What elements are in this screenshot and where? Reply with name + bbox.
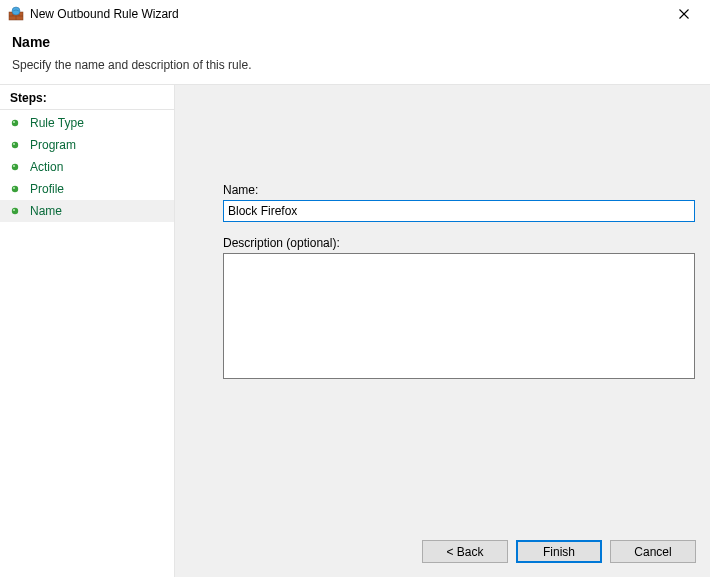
svg-point-16 (12, 208, 18, 214)
svg-point-13 (13, 165, 15, 167)
wizard-header: Name Specify the name and description of… (0, 28, 710, 84)
description-label: Description (optional): (223, 236, 686, 250)
steps-list: Rule Type Program Action Profile (0, 110, 174, 224)
titlebar: New Outbound Rule Wizard (0, 0, 710, 28)
step-label: Action (30, 160, 63, 174)
wizard-buttons: < Back Finish Cancel (422, 540, 696, 563)
wizard-body: Steps: Rule Type Program Action (0, 85, 710, 577)
step-bullet-icon (10, 162, 20, 172)
firewall-app-icon (8, 6, 24, 22)
step-bullet-icon (10, 118, 20, 128)
name-label: Name: (223, 183, 686, 197)
step-name[interactable]: Name (0, 200, 174, 222)
svg-point-12 (12, 164, 18, 170)
content-panel: Name: Description (optional): < Back Fin… (175, 85, 710, 577)
page-title: Name (12, 34, 698, 50)
svg-point-10 (12, 142, 18, 148)
form-block: Name: Description (optional): (223, 183, 686, 379)
back-button[interactable]: < Back (422, 540, 508, 563)
close-icon (679, 9, 689, 19)
svg-point-14 (12, 186, 18, 192)
step-label: Program (30, 138, 76, 152)
step-label: Profile (30, 182, 64, 196)
name-input[interactable] (223, 200, 695, 222)
step-bullet-icon (10, 206, 20, 216)
step-bullet-icon (10, 184, 20, 194)
svg-point-11 (13, 143, 15, 145)
steps-sidebar: Steps: Rule Type Program Action (0, 85, 175, 577)
description-input[interactable] (223, 253, 695, 379)
step-label: Rule Type (30, 116, 84, 130)
step-program[interactable]: Program (0, 134, 174, 156)
finish-button[interactable]: Finish (516, 540, 602, 563)
step-label: Name (30, 204, 62, 218)
step-rule-type[interactable]: Rule Type (0, 112, 174, 134)
svg-point-8 (12, 120, 18, 126)
svg-point-9 (13, 121, 15, 123)
step-profile[interactable]: Profile (0, 178, 174, 200)
window-title: New Outbound Rule Wizard (30, 7, 179, 21)
close-button[interactable] (664, 2, 704, 26)
step-bullet-icon (10, 140, 20, 150)
svg-point-15 (13, 187, 15, 189)
svg-point-17 (13, 209, 15, 211)
page-subtitle: Specify the name and description of this… (12, 58, 698, 72)
steps-header: Steps: (0, 85, 174, 110)
cancel-button[interactable]: Cancel (610, 540, 696, 563)
step-action[interactable]: Action (0, 156, 174, 178)
